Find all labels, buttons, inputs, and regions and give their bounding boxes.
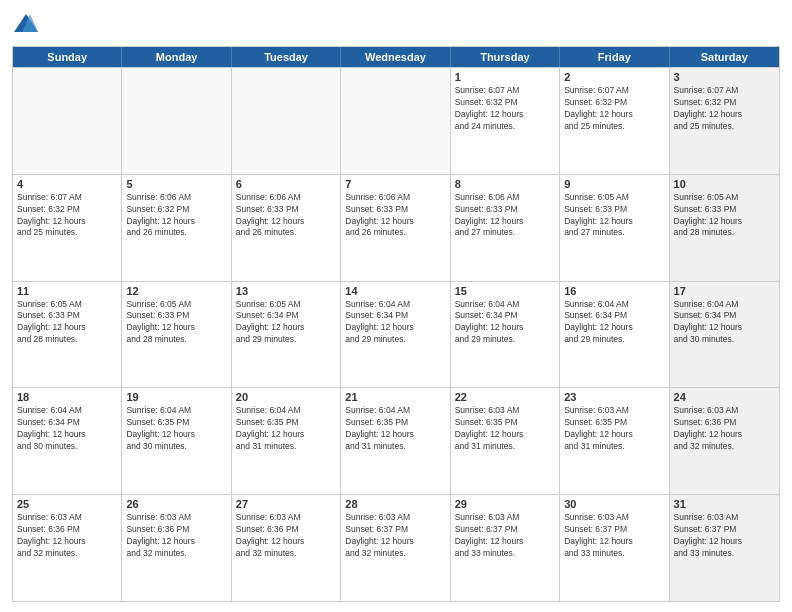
day-cell-7: 7Sunrise: 6:06 AM Sunset: 6:33 PM Daylig… <box>341 175 450 281</box>
day-info: Sunrise: 6:03 AM Sunset: 6:35 PM Dayligh… <box>564 405 664 453</box>
day-info: Sunrise: 6:04 AM Sunset: 6:34 PM Dayligh… <box>17 405 117 453</box>
day-cell-4: 4Sunrise: 6:07 AM Sunset: 6:32 PM Daylig… <box>13 175 122 281</box>
day-cell-17: 17Sunrise: 6:04 AM Sunset: 6:34 PM Dayli… <box>670 282 779 388</box>
header-day-tuesday: Tuesday <box>232 47 341 67</box>
day-cell-26: 26Sunrise: 6:03 AM Sunset: 6:36 PM Dayli… <box>122 495 231 601</box>
logo-icon <box>12 10 40 38</box>
day-number: 18 <box>17 391 117 403</box>
header-day-saturday: Saturday <box>670 47 779 67</box>
day-cell-9: 9Sunrise: 6:05 AM Sunset: 6:33 PM Daylig… <box>560 175 669 281</box>
day-info: Sunrise: 6:03 AM Sunset: 6:37 PM Dayligh… <box>345 512 445 560</box>
day-info: Sunrise: 6:04 AM Sunset: 6:34 PM Dayligh… <box>674 299 775 347</box>
header-day-thursday: Thursday <box>451 47 560 67</box>
day-info: Sunrise: 6:05 AM Sunset: 6:33 PM Dayligh… <box>674 192 775 240</box>
day-cell-11: 11Sunrise: 6:05 AM Sunset: 6:33 PM Dayli… <box>13 282 122 388</box>
day-number: 4 <box>17 178 117 190</box>
calendar-row-3: 11Sunrise: 6:05 AM Sunset: 6:33 PM Dayli… <box>13 281 779 388</box>
day-cell-13: 13Sunrise: 6:05 AM Sunset: 6:34 PM Dayli… <box>232 282 341 388</box>
day-number: 26 <box>126 498 226 510</box>
day-number: 29 <box>455 498 555 510</box>
day-cell-15: 15Sunrise: 6:04 AM Sunset: 6:34 PM Dayli… <box>451 282 560 388</box>
header-day-wednesday: Wednesday <box>341 47 450 67</box>
day-info: Sunrise: 6:04 AM Sunset: 6:35 PM Dayligh… <box>236 405 336 453</box>
page: SundayMondayTuesdayWednesdayThursdayFrid… <box>0 0 792 612</box>
day-cell-31: 31Sunrise: 6:03 AM Sunset: 6:37 PM Dayli… <box>670 495 779 601</box>
day-number: 2 <box>564 71 664 83</box>
day-cell-8: 8Sunrise: 6:06 AM Sunset: 6:33 PM Daylig… <box>451 175 560 281</box>
day-number: 28 <box>345 498 445 510</box>
day-info: Sunrise: 6:04 AM Sunset: 6:34 PM Dayligh… <box>345 299 445 347</box>
day-info: Sunrise: 6:03 AM Sunset: 6:35 PM Dayligh… <box>455 405 555 453</box>
day-number: 30 <box>564 498 664 510</box>
day-info: Sunrise: 6:07 AM Sunset: 6:32 PM Dayligh… <box>674 85 775 133</box>
day-info: Sunrise: 6:07 AM Sunset: 6:32 PM Dayligh… <box>564 85 664 133</box>
day-cell-25: 25Sunrise: 6:03 AM Sunset: 6:36 PM Dayli… <box>13 495 122 601</box>
day-info: Sunrise: 6:06 AM Sunset: 6:33 PM Dayligh… <box>455 192 555 240</box>
day-info: Sunrise: 6:04 AM Sunset: 6:35 PM Dayligh… <box>345 405 445 453</box>
empty-cell <box>232 68 341 174</box>
day-info: Sunrise: 6:06 AM Sunset: 6:32 PM Dayligh… <box>126 192 226 240</box>
day-number: 16 <box>564 285 664 297</box>
day-info: Sunrise: 6:03 AM Sunset: 6:36 PM Dayligh… <box>236 512 336 560</box>
day-number: 13 <box>236 285 336 297</box>
calendar: SundayMondayTuesdayWednesdayThursdayFrid… <box>12 46 780 602</box>
day-number: 23 <box>564 391 664 403</box>
day-info: Sunrise: 6:03 AM Sunset: 6:36 PM Dayligh… <box>674 405 775 453</box>
day-number: 24 <box>674 391 775 403</box>
day-number: 14 <box>345 285 445 297</box>
day-info: Sunrise: 6:07 AM Sunset: 6:32 PM Dayligh… <box>455 85 555 133</box>
day-info: Sunrise: 6:03 AM Sunset: 6:36 PM Dayligh… <box>17 512 117 560</box>
day-number: 8 <box>455 178 555 190</box>
day-number: 5 <box>126 178 226 190</box>
day-cell-24: 24Sunrise: 6:03 AM Sunset: 6:36 PM Dayli… <box>670 388 779 494</box>
day-cell-21: 21Sunrise: 6:04 AM Sunset: 6:35 PM Dayli… <box>341 388 450 494</box>
day-cell-2: 2Sunrise: 6:07 AM Sunset: 6:32 PM Daylig… <box>560 68 669 174</box>
day-cell-12: 12Sunrise: 6:05 AM Sunset: 6:33 PM Dayli… <box>122 282 231 388</box>
day-info: Sunrise: 6:05 AM Sunset: 6:33 PM Dayligh… <box>564 192 664 240</box>
day-number: 1 <box>455 71 555 83</box>
day-cell-5: 5Sunrise: 6:06 AM Sunset: 6:32 PM Daylig… <box>122 175 231 281</box>
day-info: Sunrise: 6:06 AM Sunset: 6:33 PM Dayligh… <box>345 192 445 240</box>
calendar-row-1: 1Sunrise: 6:07 AM Sunset: 6:32 PM Daylig… <box>13 67 779 174</box>
day-cell-1: 1Sunrise: 6:07 AM Sunset: 6:32 PM Daylig… <box>451 68 560 174</box>
day-cell-20: 20Sunrise: 6:04 AM Sunset: 6:35 PM Dayli… <box>232 388 341 494</box>
day-cell-28: 28Sunrise: 6:03 AM Sunset: 6:37 PM Dayli… <box>341 495 450 601</box>
day-number: 6 <box>236 178 336 190</box>
day-info: Sunrise: 6:04 AM Sunset: 6:35 PM Dayligh… <box>126 405 226 453</box>
day-info: Sunrise: 6:05 AM Sunset: 6:33 PM Dayligh… <box>126 299 226 347</box>
day-info: Sunrise: 6:03 AM Sunset: 6:37 PM Dayligh… <box>564 512 664 560</box>
day-cell-6: 6Sunrise: 6:06 AM Sunset: 6:33 PM Daylig… <box>232 175 341 281</box>
day-number: 10 <box>674 178 775 190</box>
logo <box>12 10 46 38</box>
day-number: 3 <box>674 71 775 83</box>
day-number: 17 <box>674 285 775 297</box>
day-info: Sunrise: 6:03 AM Sunset: 6:36 PM Dayligh… <box>126 512 226 560</box>
header <box>12 10 780 38</box>
calendar-row-2: 4Sunrise: 6:07 AM Sunset: 6:32 PM Daylig… <box>13 174 779 281</box>
day-info: Sunrise: 6:03 AM Sunset: 6:37 PM Dayligh… <box>674 512 775 560</box>
day-number: 11 <box>17 285 117 297</box>
empty-cell <box>341 68 450 174</box>
day-info: Sunrise: 6:03 AM Sunset: 6:37 PM Dayligh… <box>455 512 555 560</box>
calendar-row-4: 18Sunrise: 6:04 AM Sunset: 6:34 PM Dayli… <box>13 387 779 494</box>
day-number: 9 <box>564 178 664 190</box>
calendar-row-5: 25Sunrise: 6:03 AM Sunset: 6:36 PM Dayli… <box>13 494 779 601</box>
day-cell-18: 18Sunrise: 6:04 AM Sunset: 6:34 PM Dayli… <box>13 388 122 494</box>
day-number: 22 <box>455 391 555 403</box>
day-cell-10: 10Sunrise: 6:05 AM Sunset: 6:33 PM Dayli… <box>670 175 779 281</box>
day-cell-22: 22Sunrise: 6:03 AM Sunset: 6:35 PM Dayli… <box>451 388 560 494</box>
day-number: 27 <box>236 498 336 510</box>
day-number: 20 <box>236 391 336 403</box>
day-info: Sunrise: 6:06 AM Sunset: 6:33 PM Dayligh… <box>236 192 336 240</box>
day-cell-27: 27Sunrise: 6:03 AM Sunset: 6:36 PM Dayli… <box>232 495 341 601</box>
header-day-sunday: Sunday <box>13 47 122 67</box>
empty-cell <box>13 68 122 174</box>
calendar-header: SundayMondayTuesdayWednesdayThursdayFrid… <box>13 47 779 67</box>
day-info: Sunrise: 6:04 AM Sunset: 6:34 PM Dayligh… <box>455 299 555 347</box>
day-cell-29: 29Sunrise: 6:03 AM Sunset: 6:37 PM Dayli… <box>451 495 560 601</box>
day-number: 19 <box>126 391 226 403</box>
day-cell-14: 14Sunrise: 6:04 AM Sunset: 6:34 PM Dayli… <box>341 282 450 388</box>
day-info: Sunrise: 6:04 AM Sunset: 6:34 PM Dayligh… <box>564 299 664 347</box>
day-number: 25 <box>17 498 117 510</box>
day-cell-3: 3Sunrise: 6:07 AM Sunset: 6:32 PM Daylig… <box>670 68 779 174</box>
